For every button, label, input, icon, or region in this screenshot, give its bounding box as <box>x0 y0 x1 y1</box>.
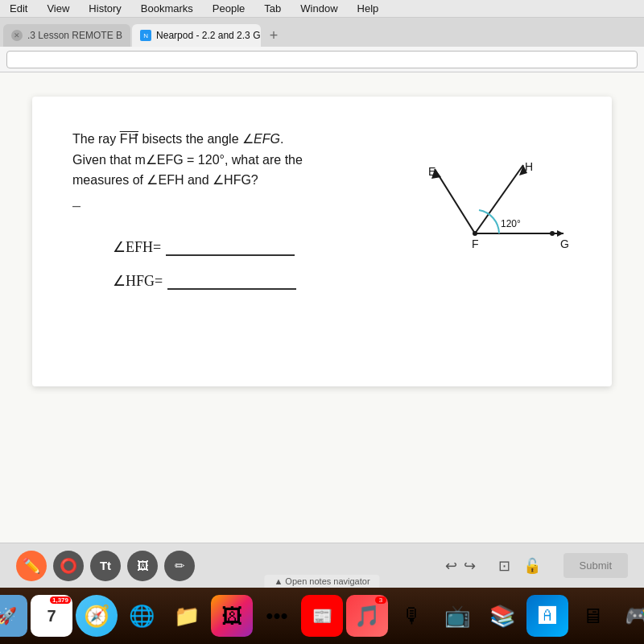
problem-line1: The ray FH⃗ bisects the angle ∠EFG. <box>72 129 394 150</box>
label-F: F <box>472 237 479 250</box>
calendar-badge: 1,379 <box>50 597 71 604</box>
answer-label-efh: ∠EFH= <box>113 238 161 256</box>
svg-marker-1 <box>557 230 564 237</box>
label-G: G <box>560 237 569 250</box>
address-input[interactable] <box>6 51 638 68</box>
menu-window[interactable]: Window <box>297 2 341 15</box>
svg-point-7 <box>550 231 555 236</box>
tab-label-lesson: .3 Lesson REMOTE B <box>27 30 122 41</box>
dock-item-prefs[interactable]: 🖥 <box>572 595 613 637</box>
dock-item-files[interactable]: 📁 <box>166 595 208 637</box>
dock-item-dots[interactable]: ••• <box>256 595 298 637</box>
dock: 🚀 7 1,379 🧭 🌐 📁 🖼 ••• 📰 🎵 3 🎙 📺 📚 🅰 🖥 🎮 <box>0 588 644 644</box>
answer-label-hfg: ∠HFG= <box>113 272 163 290</box>
dock-item-control[interactable]: 🎮 <box>617 595 644 637</box>
dock-item-tv[interactable]: 📺 <box>436 595 478 637</box>
problem-line3: measures of ∠EFH and ∠HFG? <box>72 170 394 191</box>
ray-label: FH <box>120 132 138 146</box>
dock-item-appstore[interactable]: 🅰 <box>526 595 568 637</box>
text-tool[interactable]: Tt <box>90 551 121 581</box>
content-area: The ray FH⃗ bisects the angle ∠EFG. Give… <box>0 72 644 543</box>
slide-container: The ray FH⃗ bisects the angle ∠EFG. Give… <box>32 97 612 386</box>
image-tool[interactable]: 🖼 <box>127 551 158 581</box>
dash-indicator: – <box>72 197 394 214</box>
undo-redo-group: ↩ ↪ <box>445 557 476 575</box>
open-notes-navigator[interactable]: ▲ Open notes navigator <box>264 575 379 588</box>
dock-item-music[interactable]: 🎵 3 <box>346 595 388 637</box>
bottom-toolbar: ✏️ ⭕ Tt 🖼 ✏ ↩ ↪ ⊡ 🔓 Submit ▲ Open notes … <box>0 543 644 588</box>
tab-nearpod[interactable]: N Nearpod - 2.2 and 2.3 Geome ✕ <box>132 24 261 47</box>
address-bar <box>0 47 644 72</box>
tab-favicon-nearpod: N <box>140 30 151 41</box>
answer-row-efh: ∠EFH= <box>113 238 394 256</box>
dock-item-finder[interactable]: 🚀 <box>0 595 27 637</box>
menu-bookmarks[interactable]: Bookmarks <box>138 2 196 15</box>
answer-row-hfg: ∠HFG= <box>113 272 394 290</box>
menu-view[interactable]: View <box>43 2 72 15</box>
submit-button[interactable]: Submit <box>564 553 628 578</box>
svg-point-6 <box>473 231 477 236</box>
label-120: 120° <box>501 218 521 229</box>
dock-item-chrome[interactable]: 🌐 <box>121 595 163 637</box>
answer-line-efh[interactable] <box>166 238 295 256</box>
menu-history[interactable]: History <box>85 2 124 15</box>
music-badge: 3 <box>375 597 386 604</box>
corner-tool-2[interactable]: 🔓 <box>523 557 541 575</box>
problem-section: The ray FH⃗ bisects the angle ∠EFG. Give… <box>72 129 394 338</box>
answer-section: ∠EFH= ∠HFG= <box>72 238 394 290</box>
dock-item-safari[interactable]: 🧭 <box>76 595 118 637</box>
tab-label-nearpod: Nearpod - 2.2 and 2.3 Geome <box>156 30 261 41</box>
menu-help[interactable]: Help <box>354 2 382 15</box>
new-tab-button[interactable]: + <box>262 24 285 47</box>
menu-people[interactable]: People <box>209 2 248 15</box>
label-H: H <box>525 160 533 173</box>
menu-edit[interactable]: Edit <box>6 2 31 15</box>
undo-button[interactable]: ↩ <box>445 557 457 575</box>
menu-bar: Edit View History Bookmarks People Tab W… <box>0 0 644 18</box>
answer-line-hfg[interactable] <box>167 272 296 290</box>
problem-text: The ray FH⃗ bisects the angle ∠EFG. Give… <box>72 129 394 191</box>
lasso-tool[interactable]: ⭕ <box>53 551 84 581</box>
eraser-tool[interactable]: ✏ <box>164 551 195 581</box>
svg-line-2 <box>435 169 475 233</box>
corner-tool-1[interactable]: ⊡ <box>498 557 510 575</box>
pencil-tool[interactable]: ✏️ <box>16 551 47 581</box>
dock-item-calendar[interactable]: 7 1,379 <box>31 595 72 637</box>
problem-line2: Given that m∠EFG = 120°, what are the <box>72 150 394 171</box>
geometry-diagram: E H F G 120° <box>411 129 572 274</box>
diagram-area: E H F G 120° <box>411 129 572 274</box>
dock-item-podcasts[interactable]: 🎙 <box>391 595 433 637</box>
tab-close-lesson[interactable]: ✕ <box>11 30 23 41</box>
open-notes-label: ▲ Open notes navigator <box>274 576 369 586</box>
corner-tools: ⊡ 🔓 <box>498 557 541 575</box>
tab-bar: ✕ .3 Lesson REMOTE B N Nearpod - 2.2 and… <box>0 18 644 47</box>
menu-tab[interactable]: Tab <box>261 2 284 15</box>
redo-button[interactable]: ↪ <box>464 557 476 575</box>
tab-lesson[interactable]: ✕ .3 Lesson REMOTE B <box>3 24 130 47</box>
label-E: E <box>428 165 436 178</box>
dock-item-photos[interactable]: 🖼 <box>211 595 253 637</box>
dock-item-books[interactable]: 📚 <box>481 595 523 637</box>
dock-item-news[interactable]: 📰 <box>301 595 343 637</box>
